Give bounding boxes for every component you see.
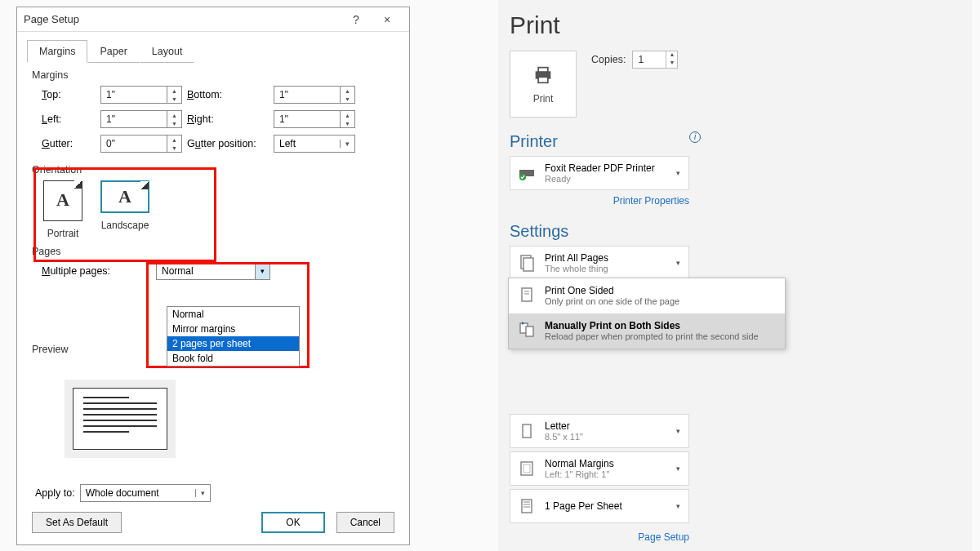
page-setup-link[interactable]: Page Setup [638,531,689,543]
tab-layout[interactable]: Layout [140,40,195,63]
svg-rect-1 [538,68,548,73]
margins-grid: TTop:op: 1"▲▼ Bottom: 1"▲▼ Left: 1"▲▼ Ri… [42,86,409,153]
margins-icon [515,457,538,480]
print-panel: Print Print Copies: 1▲▼ Printeri Foxit R… [498,0,972,551]
sides-dropdown: Print One SidedOnly print on one side of… [508,278,786,349]
copies-input[interactable]: 1▲▼ [632,51,678,69]
left-label: Left: [42,113,100,125]
sides-option-one-sided[interactable]: Print One SidedOnly print on one side of… [509,278,785,313]
gutter-pos-select[interactable]: Left▾ [274,135,355,153]
left-input[interactable]: 1"▲▼ [100,110,182,128]
printer-select[interactable]: Foxit Reader PDF PrinterReady ▾ [510,156,689,190]
copies-label: Copies: [591,54,626,65]
tab-margins[interactable]: Margins [27,40,87,63]
mp-option-normal[interactable]: Normal [167,307,299,322]
sheet-icon [515,495,538,518]
print-range-select[interactable]: Print All PagesThe whole thing ▾ [510,246,689,280]
help-button[interactable]: ? [341,13,372,26]
tab-strip: Margins Paper Layout [17,32,409,63]
page-setup-dialog: Page Setup ? × Margins Paper Layout Marg… [16,7,410,545]
pages-per-sheet-select[interactable]: 1 Page Per Sheet ▾ [510,489,689,523]
svg-rect-17 [522,288,532,301]
multiple-pages-label: Multiple pages: [42,265,156,277]
svg-rect-21 [526,327,533,336]
preview-page-icon [73,388,167,450]
pages-icon [515,251,538,274]
set-default-button[interactable]: Set As Default [32,512,122,533]
mp-option-mirror[interactable]: Mirror margins [167,322,299,336]
svg-rect-6 [523,258,533,271]
dialog-title: Page Setup [24,13,341,25]
both-sides-icon [517,320,537,342]
paper-size-select[interactable]: Letter8.5" x 11" ▾ [510,414,689,448]
margins-select[interactable]: Normal MarginsLeft: 1" Right: 1" ▾ [510,451,689,486]
settings-heading: Settings [510,222,960,241]
svg-rect-11 [521,462,532,475]
bottom-input[interactable]: 1"▲▼ [274,86,355,104]
bottom-label: Bottom: [187,89,274,100]
close-button[interactable]: × [372,13,403,26]
paper-icon [515,420,538,442]
gutter-label: Gutter: [42,138,100,149]
landscape-icon: A [100,180,149,213]
svg-rect-13 [522,500,532,513]
print-heading: Print [510,11,960,39]
svg-rect-2 [538,77,548,82]
multiple-pages-dropdown: Normal Mirror margins 2 pages per sheet … [167,306,300,367]
printer-properties-link[interactable]: Printer Properties [613,195,689,207]
apply-to-label: Apply to: [35,487,75,499]
mp-option-bookfold[interactable]: Book fold [167,351,299,366]
info-icon[interactable]: i [689,131,701,143]
ok-button[interactable]: OK [261,512,324,533]
apply-to-select[interactable]: Whole document▾ [80,484,211,502]
gutter-input[interactable]: 0"▲▼ [100,135,182,153]
right-label: Right: [187,113,274,125]
top-label: TTop:op: [42,89,100,100]
portrait-icon: A [43,180,82,221]
svg-rect-12 [523,464,530,473]
mp-option-2pages[interactable]: 2 pages per sheet [167,336,299,351]
printer-heading: Printer [510,132,683,151]
chevron-down-icon: ▾ [673,169,684,177]
cancel-button[interactable]: Cancel [336,512,394,533]
one-sided-icon [517,285,537,307]
sides-option-both-sides[interactable]: Manually Print on Both SidesReload paper… [509,313,785,349]
printer-icon [529,64,557,87]
print-button[interactable]: Print [510,51,577,118]
right-input[interactable]: 1"▲▼ [274,110,355,128]
preview [65,380,176,458]
printer-device-icon [515,162,538,184]
svg-rect-10 [523,424,531,438]
tab-paper[interactable]: Paper [87,40,139,63]
gutter-pos-label: Gutter position: [187,138,274,149]
margins-group-label: Margins [32,69,409,81]
titlebar: Page Setup ? × [17,7,409,32]
top-input[interactable]: 1"▲▼ [100,86,182,104]
